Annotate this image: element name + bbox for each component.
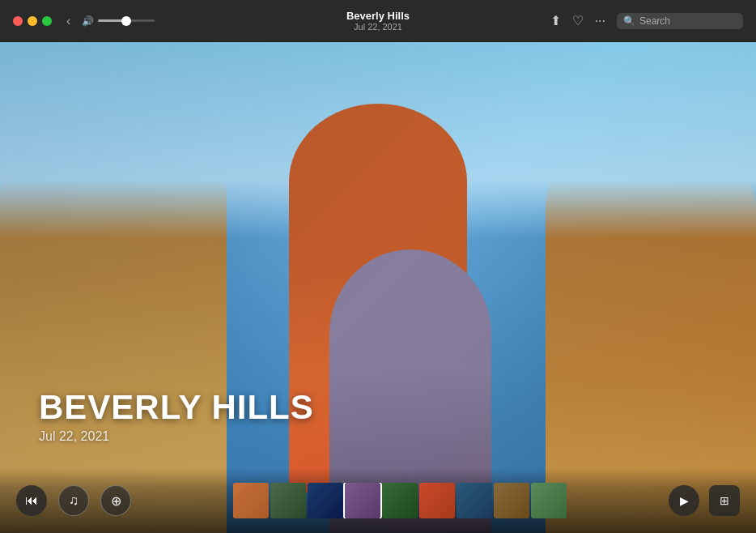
thumbnail-strip: [197, 483, 602, 518]
search-icon: 🔍: [623, 15, 635, 27]
more-icon[interactable]: ···: [595, 14, 605, 28]
thumbnail-2[interactable]: [270, 483, 306, 518]
filter-button[interactable]: ⊕: [100, 485, 131, 516]
album-title: BEVERLY HILLS: [39, 390, 314, 424]
thumbnail-7[interactable]: [457, 483, 492, 518]
traffic-lights: [13, 16, 52, 26]
thumbnail-6[interactable]: [419, 483, 455, 518]
thumbnail-1[interactable]: [233, 483, 269, 518]
play-button[interactable]: ▶: [669, 485, 699, 516]
volume-control: 🔊: [82, 15, 155, 27]
titlebar-right: ⬆ ♡ ··· 🔍: [550, 13, 743, 29]
thumbnail-8[interactable]: [494, 483, 529, 518]
main-content: BEVERLY HILLS Jul 22, 2021 ⏮ ♫ ⊕ ▶ ⊞: [0, 42, 756, 533]
share-icon[interactable]: ⬆: [550, 13, 561, 28]
maximize-button[interactable]: [42, 16, 52, 26]
thumbnail-4[interactable]: [345, 483, 380, 518]
window-title: Beverly Hills: [346, 10, 410, 22]
thumbnail-3[interactable]: [308, 483, 343, 518]
minimize-button[interactable]: [28, 16, 37, 26]
window-subtitle: Jul 22, 2021: [346, 22, 410, 32]
volume-slider[interactable]: [98, 19, 155, 22]
close-button[interactable]: [13, 16, 23, 26]
grid-view-button[interactable]: ⊞: [709, 485, 740, 516]
titlebar-center: Beverly Hills Jul 22, 2021: [346, 10, 410, 32]
controls-right: ▶ ⊞: [669, 485, 740, 516]
album-date: Jul 22, 2021: [39, 429, 314, 444]
thumbnail-9[interactable]: [531, 483, 567, 518]
search-box[interactable]: 🔍: [617, 13, 743, 29]
rewind-button[interactable]: ⏮: [16, 485, 47, 516]
titlebar: ‹ 🔊 Beverly Hills Jul 22, 2021 ⬆ ♡ ··· 🔍: [0, 0, 756, 42]
heart-icon[interactable]: ♡: [572, 13, 584, 28]
controls-bar: ⏮ ♫ ⊕ ▶ ⊞: [0, 468, 756, 533]
thumbnail-5[interactable]: [382, 483, 418, 518]
music-notes-button[interactable]: ♫: [58, 485, 89, 516]
volume-icon: 🔊: [82, 15, 94, 27]
photo-overlay: [0, 42, 756, 533]
controls-left: ⏮ ♫ ⊕: [16, 485, 131, 516]
photo-background: [0, 42, 756, 533]
search-input[interactable]: [639, 15, 737, 27]
photo-text: BEVERLY HILLS Jul 22, 2021: [39, 390, 314, 444]
back-button[interactable]: ‹: [66, 14, 70, 28]
titlebar-left: ‹ 🔊: [13, 14, 155, 28]
